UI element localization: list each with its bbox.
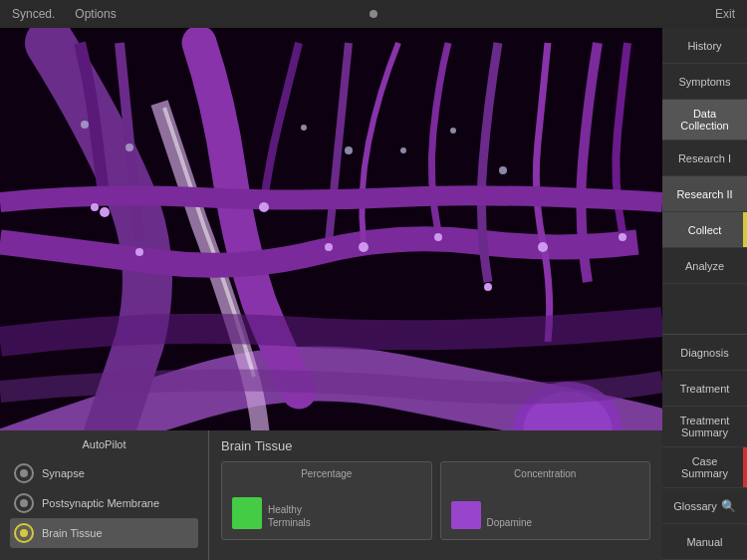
svg-point-8 [538,242,548,252]
autopilot-label: AutoPilot [10,438,198,450]
sidebar-spacer [662,284,747,334]
red-indicator [743,447,747,487]
sidebar-item-data-collection[interactable]: Data Collection [662,100,747,140]
autopilot-icon-inner [20,469,28,477]
sidebar-item-analyze[interactable]: Analyze [662,248,747,284]
svg-point-16 [450,128,456,134]
svg-point-2 [135,248,143,256]
concentration-bar-purple [451,501,481,529]
search-icon: 🔍 [721,499,736,513]
percentage-bar-container: HealthyTerminals [232,489,421,529]
sidebar-item-history[interactable]: History [662,28,747,64]
svg-point-10 [259,202,269,212]
top-bar: Synced. Options Exit [0,0,747,28]
autopilot-item-brain-tissue[interactable]: Brain Tissue [10,518,198,548]
autopilot-icon-inner-2 [20,499,28,507]
autopilot-icon-postsynaptic [14,493,34,513]
exit-button[interactable]: Exit [715,7,735,21]
sidebar-item-research-ii[interactable]: Research II [662,176,747,212]
options-button[interactable]: Options [75,7,116,21]
percentage-card: Percentage HealthyTerminals [221,461,432,540]
svg-point-1 [100,207,110,217]
brain-tissue-grid: Percentage HealthyTerminals Concentratio… [221,461,650,540]
svg-point-13 [301,125,307,131]
percentage-bar-green [232,497,262,529]
sidebar-item-diagnosis[interactable]: Diagnosis [662,335,747,371]
top-bar-dot [370,10,377,18]
autopilot-panel: AutoPilot Synapse Postsynaptic Membrane [0,430,209,560]
brain-tissue-panel: Brain Tissue Percentage HealthyTerminals [209,430,662,560]
percentage-header: Percentage [228,468,425,479]
concentration-header: Concentration [447,468,644,479]
svg-point-4 [325,243,333,251]
concentration-bar-container: Dopamine [451,489,640,529]
sidebar-item-research-i[interactable]: Research I [662,140,747,176]
svg-point-7 [484,283,492,291]
autopilot-label-postsynaptic: Postsynaptic Membrane [42,497,159,509]
sidebar-item-glossary[interactable]: Glossary 🔍 [662,488,747,524]
dopamine-label: Dopamine [487,516,533,529]
sidebar-item-manual[interactable]: Manual [662,524,747,560]
sidebar-bottom-section: Diagnosis Treatment Treatment Summary Ca… [662,334,747,560]
autopilot-icon-synapse [14,463,34,483]
top-bar-left: Synced. Options [12,7,117,21]
concentration-card: Concentration Dopamine [440,461,651,540]
percentage-content: HealthyTerminals [228,485,425,533]
sidebar-item-treatment[interactable]: Treatment [662,371,747,407]
synced-label: Synced. [12,7,55,21]
autopilot-label-synapse: Synapse [42,467,85,479]
autopilot-icon-brain-tissue [14,523,34,543]
concentration-content: Dopamine [447,485,644,533]
svg-point-15 [400,147,406,153]
brain-tissue-title: Brain Tissue [221,438,650,453]
svg-point-17 [499,166,507,174]
sidebar-top-section: History Symptoms Data Collection Researc… [662,28,747,284]
right-sidebar: History Symptoms Data Collection Researc… [662,28,747,560]
autopilot-item-synapse[interactable]: Synapse [10,458,198,488]
sidebar-item-treatment-summary[interactable]: Treatment Summary [662,407,747,447]
svg-point-12 [125,143,133,151]
sidebar-item-symptoms[interactable]: Symptoms [662,64,747,100]
autopilot-item-postsynaptic-membrane[interactable]: Postsynaptic Membrane [10,488,198,518]
bottom-panel: AutoPilot Synapse Postsynaptic Membrane [0,430,662,560]
svg-point-11 [81,121,89,129]
autopilot-icon-inner-3 [20,529,28,537]
svg-point-6 [434,233,442,241]
healthy-terminals-label: HealthyTerminals [268,503,311,529]
sidebar-item-case-summary[interactable]: Case Summary [662,447,747,488]
autopilot-label-brain-tissue: Brain Tissue [42,527,103,539]
svg-point-3 [91,203,99,211]
sidebar-item-collect[interactable]: Collect [662,212,747,248]
svg-point-14 [345,146,353,154]
yellow-indicator [743,212,747,247]
svg-point-9 [619,233,626,241]
main-area: History Symptoms Data Collection Researc… [0,28,747,560]
svg-point-5 [359,242,369,252]
